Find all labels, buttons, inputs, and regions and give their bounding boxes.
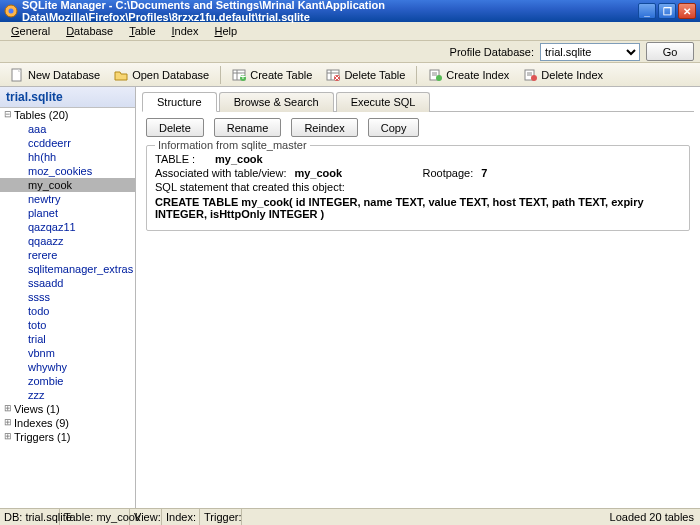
tree-category-triggers[interactable]: Triggers (1) (0, 430, 135, 444)
title-bar: SQLite Manager - C:\Documents and Settin… (0, 0, 700, 22)
profile-db-label: Profile Database: (450, 46, 534, 58)
db-tree[interactable]: Tables (20)aaaccddeerrhh(hhmoz_cookiesmy… (0, 108, 135, 508)
create-index-icon (428, 68, 442, 82)
delete-table-button[interactable]: Delete Table (320, 66, 411, 84)
create-sql: CREATE TABLE my_cook( id INTEGER, name T… (155, 196, 681, 220)
tree-item-table[interactable]: rerere (0, 248, 135, 262)
status-view: View: (130, 509, 162, 525)
svg-point-18 (436, 75, 442, 81)
tree-item-table[interactable]: vbnm (0, 346, 135, 360)
tree-item-table[interactable]: newtry (0, 192, 135, 206)
menu-database[interactable]: Database (59, 24, 120, 38)
svg-text:+: + (240, 70, 246, 82)
menu-general[interactable]: General (4, 24, 57, 38)
table-name-value: my_cook (215, 153, 263, 165)
tree-item-table[interactable]: qqaazz (0, 234, 135, 248)
menu-help[interactable]: Help (207, 24, 244, 38)
new-database-button[interactable]: New Database (4, 66, 106, 84)
create-index-button[interactable]: Create Index (422, 66, 515, 84)
rename-button[interactable]: Rename (214, 118, 282, 137)
tree-item-table[interactable]: aaa (0, 122, 135, 136)
status-index: Index: (162, 509, 200, 525)
tab-browse-search[interactable]: Browse & Search (219, 92, 334, 112)
toolbar: New Database Open Database + Create Tabl… (0, 63, 700, 87)
tree-category-tables[interactable]: Tables (20) (0, 108, 135, 122)
rootpage-value: 7 (481, 167, 487, 179)
delete-button[interactable]: Delete (146, 118, 204, 137)
minimize-button[interactable]: _ (638, 3, 656, 19)
sql-stmt-label: SQL statement that created this object: (155, 181, 345, 193)
tree-item-table[interactable]: whywhy (0, 360, 135, 374)
tree-item-table[interactable]: ssaadd (0, 276, 135, 290)
menu-index[interactable]: Index (165, 24, 206, 38)
app-icon (4, 4, 18, 18)
sidebar: trial.sqlite Tables (20)aaaccddeerrhh(hh… (0, 87, 136, 508)
reindex-button[interactable]: Reindex (291, 118, 357, 137)
tree-item-table[interactable]: toto (0, 318, 135, 332)
profile-db-select[interactable]: trial.sqlite (540, 43, 640, 61)
assoc-value: my_cook (294, 167, 384, 179)
tree-item-table[interactable]: trial (0, 332, 135, 346)
status-bar: DB: trial.sqlite Table: my_cook View: In… (0, 508, 700, 525)
menu-bar: General Database Table Index Help (0, 22, 700, 41)
tree-item-table[interactable]: sqlitemanager_extras (0, 262, 135, 276)
tree-item-table[interactable]: zzz (0, 388, 135, 402)
tree-item-table[interactable]: planet (0, 206, 135, 220)
tree-category-views[interactable]: Views (1) (0, 402, 135, 416)
svg-point-22 (531, 75, 537, 81)
tree-item-table[interactable]: ccddeerr (0, 136, 135, 150)
go-button[interactable]: Go (646, 42, 694, 61)
delete-table-icon (326, 68, 340, 82)
tree-item-table[interactable]: zombie (0, 374, 135, 388)
window-title: SQLite Manager - C:\Documents and Settin… (22, 0, 638, 23)
tree-item-table[interactable]: qazqaz11 (0, 220, 135, 234)
profile-bar: Profile Database: trial.sqlite Go (0, 41, 700, 63)
menu-table[interactable]: Table (122, 24, 162, 38)
status-trigger: Trigger: (200, 509, 242, 525)
open-database-icon (114, 68, 128, 82)
sqlite-master-info: Information from sqlite_master TABLE : m… (146, 145, 690, 231)
fieldset-legend: Information from sqlite_master (155, 139, 310, 151)
tree-item-table[interactable]: hh(hh (0, 150, 135, 164)
tab-execute-sql[interactable]: Execute SQL (336, 92, 431, 112)
open-database-button[interactable]: Open Database (108, 66, 215, 84)
table-label: TABLE : (155, 153, 207, 165)
toolbar-separator (416, 66, 417, 84)
status-table: Table: my_cook (60, 509, 130, 525)
tab-structure[interactable]: Structure (142, 92, 217, 112)
svg-point-1 (9, 9, 14, 14)
status-db: DB: trial.sqlite (0, 509, 60, 525)
tree-item-table[interactable]: ssss (0, 290, 135, 304)
new-database-icon (10, 68, 24, 82)
tree-category-indexes[interactable]: Indexes (9) (0, 416, 135, 430)
status-loaded: Loaded 20 tables (604, 511, 700, 523)
delete-index-icon (523, 68, 537, 82)
tree-item-table[interactable]: moz_cookies (0, 164, 135, 178)
delete-index-button[interactable]: Delete Index (517, 66, 609, 84)
create-table-icon: + (232, 68, 246, 82)
toolbar-separator (220, 66, 221, 84)
tab-bar: Structure Browse & Search Execute SQL (142, 91, 694, 112)
sidebar-header: trial.sqlite (0, 87, 135, 108)
create-table-button[interactable]: + Create Table (226, 66, 318, 84)
tree-item-table[interactable]: my_cook (0, 178, 135, 192)
assoc-label: Associated with table/view: (155, 167, 286, 179)
rootpage-label: Rootpage: (422, 167, 473, 179)
content-panel: Structure Browse & Search Execute SQL De… (136, 87, 700, 508)
tree-item-table[interactable]: todo (0, 304, 135, 318)
copy-button[interactable]: Copy (368, 118, 420, 137)
maximize-button[interactable]: ❐ (658, 3, 676, 19)
main-area: trial.sqlite Tables (20)aaaccddeerrhh(hh… (0, 87, 700, 508)
close-button[interactable]: ✕ (678, 3, 696, 19)
